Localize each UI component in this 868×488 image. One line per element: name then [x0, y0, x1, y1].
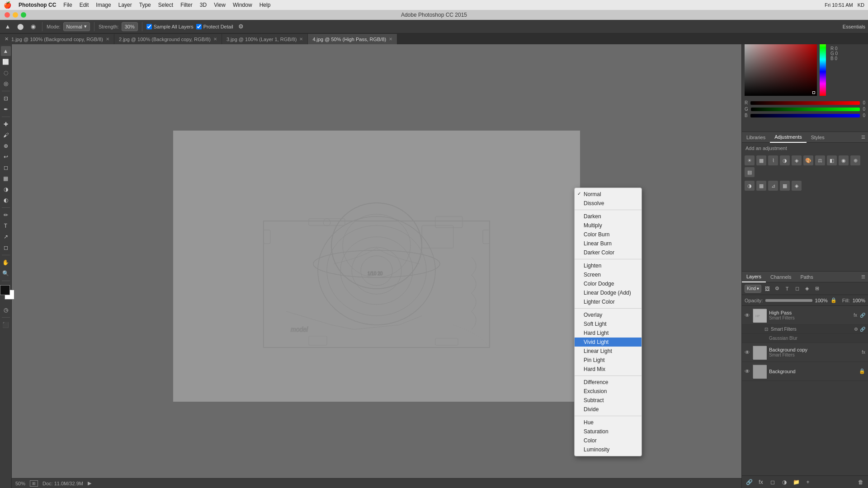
fg-bg-colors[interactable] — [0, 285, 17, 302]
smart-filter-settings[interactable]: ⚙ — [854, 327, 858, 332]
brush-tool[interactable]: 🖌 — [1, 130, 11, 140]
doc-tab-2[interactable]: 2.jpg @ 100% (Background copy, RGB/8) ✕ — [114, 33, 222, 44]
gradient-map-adj-btn[interactable]: ▦ — [780, 181, 790, 191]
gradient-tool[interactable]: ▦ — [1, 174, 11, 183]
dodge-tool[interactable]: ◐ — [1, 195, 11, 205]
fill-value[interactable]: 100% — [853, 298, 865, 303]
new-group-btn[interactable]: 📁 — [792, 478, 801, 487]
layer-eye-bg-copy[interactable]: 👁 — [745, 349, 750, 356]
doc-tab-1-close[interactable]: ✕ — [106, 37, 109, 42]
menu-help[interactable]: Help — [259, 2, 271, 8]
menu-window[interactable]: Window — [233, 2, 252, 8]
blend-hard-mix[interactable]: Hard Mix — [575, 365, 642, 374]
layer-background[interactable]: 👁 Background 🔒 — [742, 362, 868, 381]
screen-mode-tool[interactable]: ⬛ — [1, 320, 11, 330]
brush-size-icon[interactable]: ⬤ — [15, 22, 25, 32]
threshold-adj-btn[interactable]: ⊿ — [768, 181, 778, 191]
gaussian-blur-filter[interactable]: Gaussian Blur — [742, 334, 868, 343]
maximize-button[interactable] — [21, 12, 26, 18]
zoom-menu-icon[interactable]: ⊞ — [30, 480, 38, 487]
libraries-tab[interactable]: Libraries — [742, 132, 770, 143]
blend-dissolve[interactable]: Dissolve — [575, 199, 642, 208]
layer-style-btn[interactable]: fx — [756, 478, 765, 487]
blend-darker-color[interactable]: Darker Color — [575, 248, 642, 257]
layers-tab[interactable]: Layers — [742, 272, 766, 282]
brush-angle-icon[interactable]: ◉ — [28, 22, 38, 32]
blur-tool[interactable]: ◑ — [1, 184, 11, 194]
blend-difference[interactable]: Difference — [575, 378, 642, 387]
hand-tool[interactable]: ✋ — [1, 258, 11, 267]
kind-dropdown[interactable]: Kind ▾ — [745, 285, 761, 293]
strength-value[interactable]: 30% — [122, 22, 138, 31]
doc-size-arrow[interactable]: ▶ — [88, 480, 91, 486]
menu-layer[interactable]: Layer — [118, 2, 132, 8]
blend-linear-light[interactable]: Linear Light — [575, 347, 642, 356]
blend-color-dodge[interactable]: Color Dodge — [575, 279, 642, 288]
blend-pin-light[interactable]: Pin Light — [575, 356, 642, 365]
filter-smart-btn[interactable]: ◈ — [803, 285, 811, 293]
blend-hue[interactable]: Hue — [575, 418, 642, 427]
filter-pixel-btn[interactable]: 🖼 — [763, 285, 771, 293]
styles-tab[interactable]: Styles — [807, 132, 829, 143]
menu-select[interactable]: Select — [158, 2, 173, 8]
layer-bg-copy[interactable]: 👁 Background copy Smart Filters fx — [742, 343, 868, 362]
doc-tab-3-close[interactable]: ✕ — [299, 37, 303, 42]
photo-filter-adj-btn[interactable]: ◉ — [839, 155, 849, 165]
blend-luminosity[interactable]: Luminosity — [575, 445, 642, 454]
filter-shape-btn[interactable]: ◻ — [793, 285, 801, 293]
smart-filter-gaussian[interactable]: ⊡ Smart Filters ⚙ 🔗 — [742, 325, 868, 334]
pen-tool[interactable]: ✏ — [1, 210, 11, 220]
lasso-tool[interactable]: ◌ — [1, 68, 11, 78]
menu-image[interactable]: Image — [96, 2, 111, 8]
type-tool[interactable]: T — [1, 221, 11, 231]
crop-tool[interactable]: ⊡ — [1, 94, 11, 103]
blend-divide[interactable]: Divide — [575, 405, 642, 414]
curves-adj-btn[interactable]: ⌇ — [768, 155, 778, 165]
clone-tool[interactable]: ⊕ — [1, 141, 11, 151]
doc-tab-1[interactable]: ✕ 1.jpg @ 100% (Background copy, RGB/8) … — [0, 33, 114, 44]
layer-fx-high-pass[interactable]: fx — [854, 313, 857, 318]
opacity-value[interactable]: 100% — [815, 298, 828, 303]
new-layer-btn[interactable]: + — [803, 478, 812, 487]
tool-options-icon[interactable]: ▲ — [3, 22, 13, 32]
blend-lighten[interactable]: Lighten — [575, 261, 642, 270]
selective-color-adj-btn[interactable]: ◈ — [792, 181, 802, 191]
eraser-tool[interactable]: ◻ — [1, 163, 11, 173]
layer-chain-high-pass[interactable]: 🔗 — [860, 313, 865, 318]
doc-tab-3[interactable]: 3.jpg @ 100% (Layer 1, RGB/8) ✕ — [222, 33, 308, 44]
filter-more-btn[interactable]: ⊞ — [813, 285, 821, 293]
bw-adj-btn[interactable]: ◧ — [827, 155, 837, 165]
minimize-button[interactable] — [13, 12, 18, 18]
delete-layer-btn[interactable]: 🗑 — [856, 478, 865, 487]
new-adjustment-btn[interactable]: ◑ — [780, 478, 789, 487]
channels-tab[interactable]: Channels — [766, 272, 796, 282]
r-slider[interactable] — [750, 101, 860, 105]
blend-screen[interactable]: Screen — [575, 270, 642, 279]
layer-eye-high-pass[interactable]: 👁 — [745, 312, 750, 319]
posterize-adj-btn[interactable]: ▦ — [756, 181, 766, 191]
layer-eye-bg[interactable]: 👁 — [745, 368, 750, 375]
menu-filter[interactable]: Filter — [180, 2, 193, 8]
tool-settings-icon[interactable]: ⚙ — [236, 22, 246, 32]
layer-high-pass[interactable]: 👁 HP High Pass Smart Filters fx 🔗 — [742, 306, 868, 325]
doc-tab-4[interactable]: 4.jpg @ 50% (High Pass, RGB/8) ✕ — [308, 33, 397, 44]
menu-type[interactable]: Type — [139, 2, 151, 8]
filter-adjustment-btn[interactable]: ⚙ — [773, 285, 781, 293]
marquee-tool[interactable]: ⬜ — [1, 57, 11, 67]
zoom-level[interactable]: 50% — [15, 481, 25, 486]
blend-exclusion[interactable]: Exclusion — [575, 387, 642, 396]
layers-panel-menu[interactable]: ☰ — [861, 274, 868, 279]
fg-color-swatch[interactable] — [0, 285, 10, 295]
adj-panel-menu[interactable]: ☰ — [861, 135, 868, 140]
hue-sat-adj-btn[interactable]: 🎨 — [803, 155, 813, 165]
color-balance-adj-btn[interactable]: ⚖ — [815, 155, 825, 165]
color-lookup-adj-btn[interactable]: ▤ — [745, 167, 755, 177]
menu-edit[interactable]: Edit — [80, 2, 89, 8]
menu-file[interactable]: File — [63, 2, 72, 8]
doc-tab-4-close[interactable]: ✕ — [389, 37, 392, 42]
vibrance-adj-btn[interactable]: ◈ — [792, 155, 802, 165]
blend-linear-dodge[interactable]: Linear Dodge (Add) — [575, 288, 642, 297]
exposure-adj-btn[interactable]: ◑ — [780, 155, 790, 165]
quick-mask-tool[interactable]: ◷ — [1, 305, 11, 315]
blend-color-burn[interactable]: Color Burn — [575, 230, 642, 239]
